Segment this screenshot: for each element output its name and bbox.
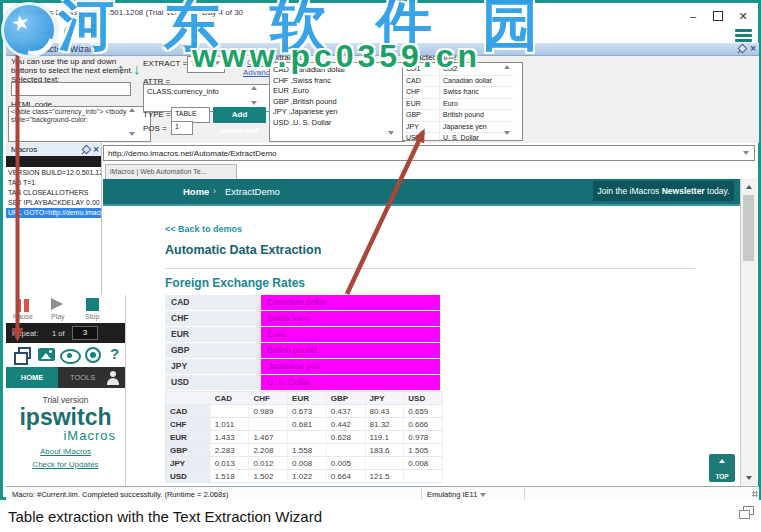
- select-up-button[interactable]: ↑: [117, 60, 125, 77]
- pin-icon[interactable]: [738, 44, 748, 54]
- selected-text-input[interactable]: [11, 82, 131, 96]
- table-row: EUR1.4331.4670.628119.10.978: [166, 431, 443, 444]
- scroll-up-icon[interactable]: [250, 86, 258, 90]
- extracted-line[interactable]: USD ,U. S. Dollar: [270, 118, 395, 129]
- scroll-to-top-button[interactable]: TOP: [709, 454, 735, 482]
- table-row: USDU. S. Dollar: [165, 375, 440, 390]
- table-cell: 1.502: [249, 470, 288, 483]
- table-row[interactable]: CADCanadian dollar: [403, 76, 513, 88]
- macros-panel-header[interactable]: Macros ✕: [6, 143, 101, 157]
- repeat-count-input[interactable]: 3: [72, 326, 98, 340]
- macros-close-icon[interactable]: ✕: [93, 145, 99, 154]
- scroll-down-icon[interactable]: [128, 132, 136, 136]
- scroll-up-icon[interactable]: [128, 108, 136, 112]
- extracted-line[interactable]: GBP ,British pound: [270, 97, 395, 108]
- newsletter-banner[interactable]: Join the iMacros Newsletter today.: [593, 181, 734, 201]
- table-cell: CHF: [165, 311, 261, 326]
- breadcrumb-home[interactable]: Home: [183, 186, 209, 197]
- help-icon[interactable]: ?: [110, 345, 119, 362]
- scroll-up-icon[interactable]: [741, 179, 756, 194]
- select-down-button[interactable]: ↓: [133, 60, 141, 77]
- table-cell: USD: [404, 392, 443, 405]
- wizard-title: Text Extraction Wizard: [12, 44, 97, 54]
- maximize-button[interactable]: [709, 9, 727, 23]
- table-cell: Col2: [440, 64, 505, 75]
- table-cell: [404, 470, 443, 483]
- chevron-down-icon[interactable]: [213, 61, 221, 65]
- table-cell: 183.6: [366, 444, 405, 457]
- status-bar: Macro: #Current.iim. Completed successfu…: [6, 486, 759, 501]
- table-cell: JPY: [166, 457, 211, 470]
- table-cell: 0.681: [288, 418, 327, 431]
- resize-grip[interactable]: [752, 491, 758, 497]
- tab-home[interactable]: HOME: [6, 367, 58, 388]
- scrollbar-thumb[interactable]: [743, 195, 754, 261]
- table-cell: Japanese yen: [440, 122, 505, 133]
- eye-icon[interactable]: [60, 349, 81, 364]
- new-window-icon[interactable]: [14, 347, 32, 363]
- menu-icon[interactable]: [735, 29, 752, 42]
- page-scrollbar[interactable]: [740, 179, 757, 485]
- refresh-icon[interactable]: ↻: [89, 20, 103, 41]
- extracted-line[interactable]: CAD ,Canadian dollar: [270, 65, 395, 76]
- extracted-table-label: Extracted table:: [403, 53, 459, 62]
- table-cell: 1.433: [211, 431, 250, 444]
- pin-icon[interactable]: [82, 145, 92, 155]
- macro-line[interactable]: TAB T=1: [6, 178, 101, 188]
- extracted-list[interactable]: CAD ,Canadian dollarCHF ,Swiss francEUR …: [269, 62, 405, 142]
- extracted-line[interactable]: JPY ,Japanese yen: [270, 107, 395, 118]
- newsletter-bold: Newsletter: [662, 186, 705, 196]
- macro-line[interactable]: URL GOTO=http://demo.imacros.ne: [6, 208, 101, 218]
- table-cell: CHF: [166, 418, 211, 431]
- table-row[interactable]: GBPBritish pound: [403, 110, 513, 122]
- table-row[interactable]: CHFSwiss franc: [403, 87, 513, 99]
- scroll-up-icon[interactable]: [503, 65, 511, 69]
- table-row[interactable]: JPYJapanese yen: [403, 122, 513, 134]
- table-cell: CHF: [403, 87, 440, 98]
- forward-icon[interactable]: →: [37, 20, 54, 40]
- scroll-up-icon[interactable]: [387, 65, 395, 69]
- table-cell: 0.978: [404, 431, 443, 444]
- macro-line[interactable]: VERSION BUILD=12.0.501.1208: [6, 168, 101, 178]
- table-row[interactable]: Col1Col2: [403, 64, 513, 76]
- table-cell: CAD: [211, 392, 250, 405]
- wizard-close-icon[interactable]: ✕: [750, 44, 756, 53]
- table-row: CADCHFEURGBPJPYUSD: [166, 392, 443, 405]
- play-icon[interactable]: [51, 298, 63, 310]
- stop-icon[interactable]: [86, 298, 99, 311]
- scroll-down-icon[interactable]: [741, 470, 756, 485]
- minimize-button[interactable]: –: [684, 9, 702, 23]
- scroll-down-icon[interactable]: [387, 131, 395, 135]
- chevron-down-icon[interactable]: [743, 151, 749, 155]
- scroll-down-icon[interactable]: [250, 101, 258, 105]
- table-cell: [327, 444, 366, 457]
- macro-code-list[interactable]: VERSION BUILD=12.0.501.1208TAB T=1TAB CL…: [6, 168, 101, 218]
- wizard-header[interactable]: Text Extraction Wizard ✕: [6, 43, 759, 56]
- macro-line[interactable]: SET !PLAYBACKDELAY 0.00: [6, 198, 101, 208]
- extracted-table[interactable]: Col1Col2CADCanadian dollarCHFSwiss franc…: [402, 62, 523, 141]
- home-icon[interactable]: ⌂: [63, 20, 73, 40]
- close-button[interactable]: ✕: [734, 9, 752, 23]
- url-text[interactable]: http://demo.imacros.net/Automate/Extract…: [108, 149, 277, 158]
- back-to-demos-link[interactable]: << Back to demos: [165, 224, 242, 234]
- add-command-button[interactable]: Add command: [213, 107, 266, 123]
- table-row: CADCanadian dollar: [165, 295, 440, 310]
- extracted-line[interactable]: CHF ,Swiss franc: [270, 76, 395, 87]
- table-row[interactable]: EUREuro: [403, 99, 513, 111]
- extracted-line[interactable]: EUR ,Euro: [270, 86, 395, 97]
- pos-input[interactable]: 1: [171, 121, 193, 135]
- check-updates-link[interactable]: Check for Updates: [6, 460, 125, 469]
- emulation-mode[interactable]: Emulating IE11: [427, 490, 486, 499]
- table-cell: 0.437: [327, 405, 366, 418]
- scroll-down-icon[interactable]: [503, 131, 511, 135]
- user-icon[interactable]: [106, 370, 120, 385]
- table-cell: CAD: [166, 405, 211, 418]
- macro-line[interactable]: TAB CLOSEALLOTHERS: [6, 188, 101, 198]
- table-row[interactable]: USDU. S. Dollar: [403, 133, 513, 141]
- macros-toolbar-strip: [6, 156, 101, 167]
- record-icon[interactable]: [85, 347, 101, 363]
- address-bar[interactable]: http://demo.imacros.net/Automate/Extract…: [103, 145, 755, 161]
- back-icon[interactable]: ←: [12, 20, 29, 40]
- about-imacros-link[interactable]: About iMacros: [6, 447, 125, 456]
- image-icon[interactable]: [38, 348, 55, 361]
